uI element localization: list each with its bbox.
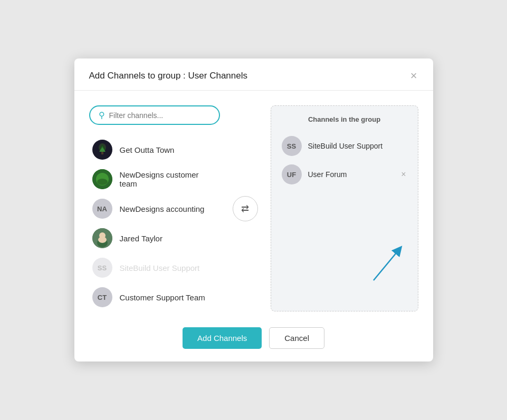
search-box: ⚲ [89, 105, 220, 125]
search-icon: ⚲ [99, 110, 105, 120]
transfer-button[interactable]: ⇄ [233, 196, 258, 221]
group-panel-title: Channels in the group [280, 115, 409, 123]
close-button[interactable]: × [409, 70, 418, 82]
channel-name: NewDesigns accounting [120, 204, 205, 213]
group-channel-name: User Forum [308, 170, 394, 179]
arrow-annotation [363, 238, 410, 286]
avatar: CT [92, 287, 112, 307]
list-item[interactable]: CT Customer Support Team [89, 283, 220, 311]
avatar [92, 228, 112, 248]
remove-channel-button[interactable]: × [400, 170, 407, 179]
transfer-button-wrap: ⇄ [233, 105, 258, 311]
modal-header: Add Channels to group : User Channels × [74, 58, 433, 91]
channel-name: Get Outta Town [120, 145, 175, 154]
channel-name: Customer Support Team [120, 293, 205, 302]
search-input[interactable] [109, 111, 211, 120]
list-item: SS SiteBuild User Support [89, 253, 220, 282]
add-channels-button[interactable]: Add Channels [183, 327, 262, 349]
channel-list: Get Outta Town NewDesigns customer team [89, 135, 220, 311]
channel-name: NewDesigns customer team [120, 170, 217, 188]
svg-line-13 [374, 250, 399, 280]
avatar [92, 169, 112, 189]
avatar: SS [92, 258, 112, 278]
channel-name: Jared Taylor [120, 234, 162, 243]
group-channel-name: SiteBuild User Support [308, 142, 407, 150]
cancel-button[interactable]: Cancel [269, 327, 324, 349]
svg-point-12 [98, 237, 107, 243]
list-item[interactable]: NA NewDesigns accounting [89, 194, 220, 223]
modal-body: ⚲ Get Outta [74, 91, 433, 322]
list-item[interactable]: Get Outta Town [89, 135, 220, 164]
left-panel: ⚲ Get Outta [89, 105, 220, 311]
list-item[interactable]: Jared Taylor [89, 224, 220, 252]
avatar: NA [92, 199, 112, 219]
avatar: SS [282, 136, 302, 156]
modal-footer: Add Channels Cancel [74, 322, 433, 362]
group-channel-item: SS SiteBuild User Support [280, 132, 409, 160]
group-channel-item: UF User Forum × [280, 160, 409, 189]
channel-name: SiteBuild User Support [120, 263, 200, 272]
avatar [92, 140, 112, 160]
svg-point-8 [97, 179, 108, 185]
avatar: UF [282, 164, 302, 184]
modal-title: Add Channels to group : User Channels [89, 71, 248, 81]
add-channels-modal: Add Channels to group : User Channels × … [74, 58, 433, 362]
right-panel: Channels in the group SS SiteBuild User … [271, 105, 418, 311]
list-item[interactable]: NewDesigns customer team [89, 165, 220, 193]
